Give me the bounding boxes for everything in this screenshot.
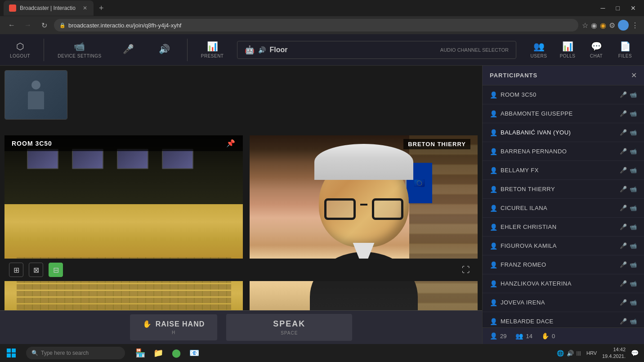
participant-mic-icon: 🎤: [620, 261, 627, 268]
search-icon: 🔍: [31, 350, 38, 356]
toolbar-center: 🤖 🔊 Floor AUDIO CHANNEL SELECTOR: [237, 41, 516, 59]
notification-icon[interactable]: 💬: [631, 349, 639, 357]
participant-actions: 🎤 📹: [620, 167, 637, 174]
participant-actions: 🎤 📹: [620, 299, 637, 306]
time-display: 14:42: [602, 346, 626, 353]
participant-item: 👤 CICUREL ILANA 🎤 📹: [483, 199, 644, 218]
taskbar-app-files[interactable]: 📁: [150, 345, 166, 361]
microphone-button[interactable]: 🎤: [115, 41, 142, 59]
win-logo-cell: [7, 353, 11, 358]
participant-status-icon: 👤: [490, 186, 497, 193]
polls-button[interactable]: 📊 POLLS: [554, 38, 581, 61]
speaker-head: [319, 157, 409, 247]
raise-hand-main: ✋ RAISE HAND: [143, 320, 205, 328]
active-participants-stat: 👥 14: [515, 332, 532, 340]
browser-icon-3[interactable]: ⚙: [609, 21, 615, 30]
main-content: ROOM 3C50 📌: [0, 66, 644, 344]
device-settings-button[interactable]: 📹 DEVICE SETTINGS: [53, 38, 106, 61]
toolbar: ⬡ LOGOUT 📹 DEVICE SETTINGS 🎤 🔊 📊 PRESENT: [0, 34, 644, 66]
address-bar[interactable]: 🔒 broadcaster.interactio.eu/join/q8fh-y4…: [54, 19, 578, 31]
taskbar-app-mail[interactable]: 📧: [186, 345, 202, 361]
layout-button-3[interactable]: ⊟: [49, 263, 63, 277]
logout-icon: ⬡: [16, 41, 24, 52]
chat-button[interactable]: 💬 CHAT: [583, 38, 610, 61]
participant-actions: 🎤 📹: [620, 318, 637, 325]
taskbar-app-store[interactable]: 🏪: [132, 345, 148, 361]
participant-cam-icon: 📹: [630, 110, 637, 117]
chat-icon: 💬: [591, 41, 602, 52]
ceiling-screen-1: [27, 149, 58, 169]
network-icon[interactable]: 🌐: [557, 350, 564, 357]
browser-icon-2[interactable]: ◉: [600, 21, 606, 30]
participant-cam-icon: 📹: [630, 299, 637, 306]
participant-mic-icon: 🎤: [620, 318, 627, 325]
total-count: 29: [500, 333, 506, 340]
ssl-lock-icon: 🔒: [59, 22, 66, 28]
menu-dots[interactable]: ⋮: [631, 21, 639, 30]
taskbar-app-browser[interactable]: ⬤: [168, 345, 184, 361]
active-tab[interactable]: Broadcaster | Interactio ✕: [4, 0, 94, 16]
raise-hand-button[interactable]: ✋ RAISE HAND H: [130, 314, 218, 340]
new-tab-button[interactable]: +: [95, 4, 107, 13]
participant-cam-icon: 📹: [630, 167, 637, 174]
logout-label: LOGOUT: [10, 54, 30, 58]
browser-chrome: Broadcaster | Interactio ✕ + ─ □ ✕ ← → ↻…: [0, 0, 644, 34]
speak-label: SPEAK: [273, 319, 305, 328]
layout-button-1[interactable]: ⊞: [9, 263, 23, 277]
participant-actions: 🎤 📹: [620, 129, 637, 136]
browser-icon-1[interactable]: ◉: [591, 21, 597, 30]
participant-mic-icon: 🎤: [620, 91, 627, 98]
user-avatar[interactable]: [618, 20, 629, 31]
seat-row: [17, 291, 231, 296]
users-button[interactable]: 👥 USERS: [525, 38, 552, 61]
speak-button[interactable]: SPEAK SPACE: [226, 314, 352, 341]
close-button[interactable]: ✕: [626, 4, 640, 12]
raised-hands-icon: ✋: [541, 332, 549, 340]
participant-cam-icon: 📹: [630, 91, 637, 98]
active-count-icon: 👥: [515, 332, 523, 340]
files-button[interactable]: 📄 FILES: [612, 38, 639, 61]
speaker-button[interactable]: 🔊: [151, 41, 178, 59]
total-participants-stat: 👤 29: [490, 332, 506, 340]
date-display: 19.4.2021.: [602, 353, 626, 360]
microphone-icon: 🎤: [123, 44, 134, 54]
maximize-button[interactable]: □: [612, 4, 624, 12]
tab-close-button[interactable]: ✕: [83, 5, 87, 11]
person-body: [28, 91, 44, 109]
users-icon: 👥: [533, 41, 545, 52]
raise-hand-icon: ✋: [143, 320, 152, 328]
seat-row: [17, 298, 231, 303]
taskbar-search-input[interactable]: [41, 350, 113, 356]
win-logo-cell: [12, 353, 16, 358]
logout-button[interactable]: ⬡ LOGOUT: [5, 38, 35, 61]
bookmark-icon[interactable]: ☆: [582, 21, 588, 30]
start-button[interactable]: [0, 344, 22, 362]
browser-controls: ← → ↻ 🔒 broadcaster.interactio.eu/join/q…: [0, 16, 644, 34]
participant-name-text: MELBARDE DACE: [501, 318, 616, 325]
participant-item: 👤 FRANZ ROMEO 🎤 📹: [483, 255, 644, 274]
sidebar-close-button[interactable]: ✕: [631, 71, 637, 80]
participant-status-icon: 👤: [490, 261, 497, 268]
participant-status-icon: 👤: [490, 242, 497, 250]
minimize-button[interactable]: ─: [596, 4, 610, 12]
layout-button-2[interactable]: ⊠: [29, 263, 43, 277]
present-button[interactable]: 📊 PRESENT: [197, 38, 228, 61]
win-logo-cell: [7, 349, 11, 353]
forward-button[interactable]: →: [22, 19, 34, 31]
participant-name-text: CICUREL ILANA: [501, 205, 616, 211]
sidebar-header: PARTICIPANTS ✕: [483, 66, 644, 85]
pin-icon[interactable]: 📌: [226, 139, 236, 147]
fullscreen-button[interactable]: ⛶: [459, 263, 473, 277]
video-controls: ⊞ ⊠ ⊟ ⛶: [0, 259, 482, 281]
participant-status-icon: 👤: [490, 299, 497, 306]
tab-title: Broadcaster | Interactio: [20, 5, 76, 11]
glass-lens-right: [372, 198, 403, 220]
participant-item: 👤 FIGUROVA KAMILA 🎤 📹: [483, 237, 644, 255]
audio-channel-button[interactable]: 🤖 🔊 Floor AUDIO CHANNEL SELECTOR: [237, 41, 516, 59]
back-button[interactable]: ←: [5, 19, 18, 31]
volume-system-icon[interactable]: 🔊: [567, 350, 574, 357]
raise-hand-label: RAISE HAND: [156, 320, 205, 328]
refresh-button[interactable]: ↻: [38, 19, 50, 31]
taskbar-search[interactable]: 🔍: [26, 347, 125, 359]
room-video-header: ROOM 3C50 📌: [4, 135, 243, 151]
